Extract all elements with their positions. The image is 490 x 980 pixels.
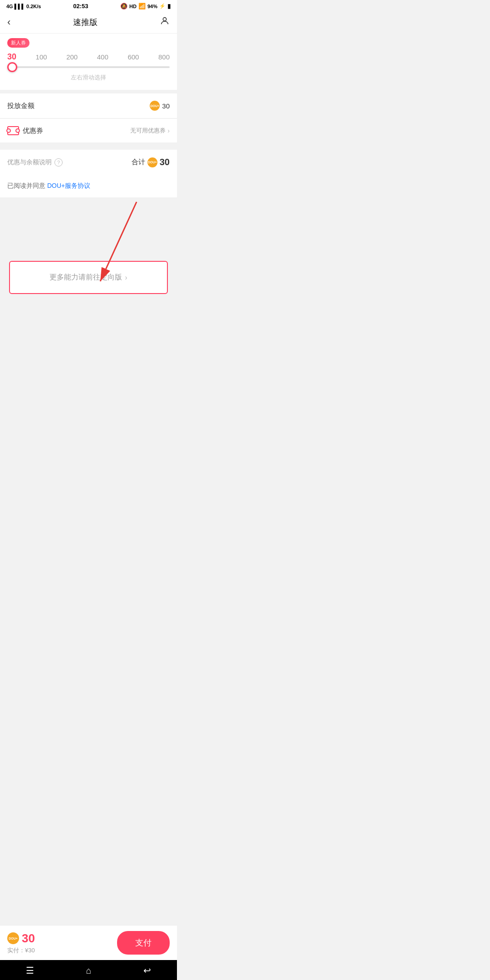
slider-val-200: 200: [66, 53, 78, 61]
svg-point-0: [163, 18, 166, 21]
agreement-prefix: 已阅读并同意: [7, 182, 47, 189]
navigate-label: 更多能力请前往定向版: [49, 273, 122, 282]
summary-right: 合计 DOU+ 30: [132, 157, 170, 167]
time-label: 02:53: [73, 3, 88, 10]
promo-tag: 新人券: [7, 38, 29, 48]
user-icon[interactable]: [160, 16, 170, 29]
coupon-icon: [7, 126, 19, 135]
coupon-right: 无可用优惠券 ›: [130, 127, 170, 135]
summary-left: 优惠与余额说明 ?: [7, 158, 63, 167]
slider-hint: 左右滑动选择: [7, 74, 170, 82]
slider-val-30: 30: [7, 52, 16, 62]
header: ‹ 速推版: [0, 11, 177, 34]
total-label: 合计: [132, 158, 145, 167]
discount-label: 优惠与余额说明: [7, 158, 52, 167]
slider-val-600: 600: [127, 53, 139, 61]
status-left: 4G ▌▌▌ 0.2K/s: [6, 4, 41, 9]
spacer: [0, 352, 177, 388]
signal-icon: ▌▌▌: [15, 4, 25, 9]
page-title: 速推版: [73, 17, 98, 28]
wifi-icon: 📶: [138, 3, 146, 10]
slider-track: [7, 66, 170, 68]
summary-row: 优惠与余额说明 ? 合计 DOU+ 30: [0, 150, 177, 175]
navigate-btn-wrapper: 更多能力请前往定向版 ›: [0, 202, 177, 303]
slider-val-800: 800: [158, 53, 170, 61]
annotation-wrapper: 更多能力请前往定向版 ›: [0, 197, 177, 352]
battery-icon: ▮: [167, 3, 171, 10]
help-icon[interactable]: ?: [54, 158, 63, 167]
slider-val-100: 100: [36, 53, 47, 61]
slider-val-400: 400: [97, 53, 108, 61]
slider-thumb[interactable]: [7, 62, 17, 72]
navigate-chevron-icon: ›: [125, 274, 127, 282]
coupon-chevron-icon: ›: [167, 127, 170, 134]
agreement-row: 已阅读并同意 DOU+服务协议: [0, 175, 177, 197]
agreement-link[interactable]: DOU+服务协议: [47, 182, 90, 189]
slider-track-container[interactable]: [7, 66, 170, 68]
battery-label: 94%: [147, 4, 157, 9]
dou-coin-icon: DOU+: [150, 101, 160, 111]
charging-icon: ⚡: [159, 3, 166, 9]
divider: [0, 146, 177, 150]
slider-section: 新人券 30 100 200 400 600 800 左右滑动选择: [0, 34, 177, 90]
network-label: 4G: [6, 4, 13, 9]
back-button[interactable]: ‹: [7, 16, 10, 28]
amount-value: DOU+ 30: [150, 101, 170, 111]
amount-label: 投放金额: [7, 102, 34, 110]
coupon-label: 优惠券: [23, 127, 130, 135]
status-bar: 4G ▌▌▌ 0.2K/s 02:53 🔕 HD 📶 94% ⚡ ▮: [0, 0, 177, 11]
status-right: 🔕 HD 📶 94% ⚡ ▮: [120, 3, 171, 10]
hd-label: HD: [129, 4, 137, 9]
total-value: 30: [160, 157, 170, 167]
slider-values: 30 100 200 400 600 800: [7, 52, 170, 62]
alarm-icon: 🔕: [120, 3, 127, 10]
amount-number: 30: [162, 102, 170, 110]
navigate-button[interactable]: 更多能力请前往定向版 ›: [9, 261, 168, 294]
speed-label: 0.2K/s: [26, 4, 41, 9]
amount-row: 投放金额 DOU+ 30: [0, 93, 177, 118]
total-dou-coin-icon: DOU+: [147, 157, 157, 167]
coupon-row[interactable]: 优惠券 无可用优惠券 ›: [0, 118, 177, 142]
coupon-status: 无可用优惠券: [130, 127, 166, 135]
